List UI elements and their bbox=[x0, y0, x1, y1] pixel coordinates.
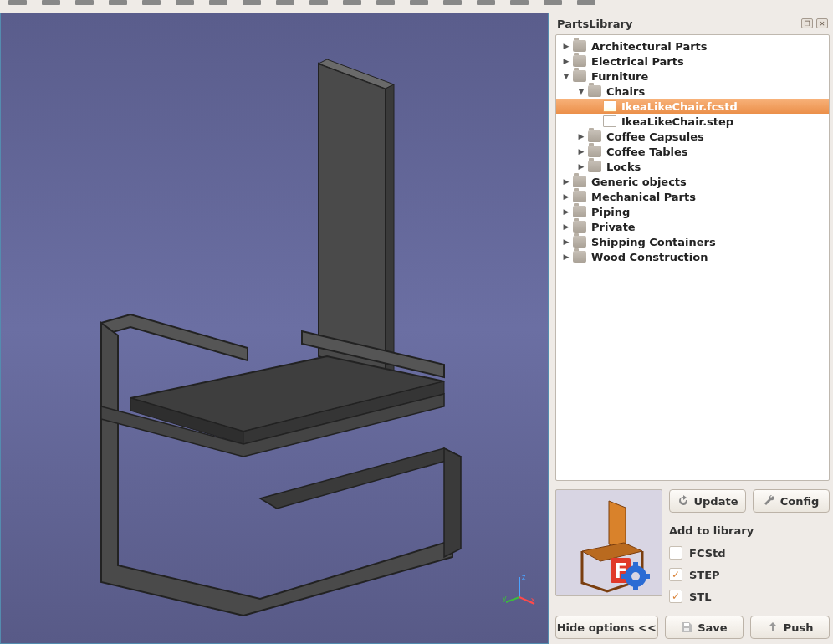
svg-marker-2 bbox=[386, 84, 394, 381]
toolbar-icon[interactable] bbox=[209, 0, 227, 5]
update-button[interactable]: Update bbox=[669, 489, 746, 513]
toolbar-icon[interactable] bbox=[243, 0, 261, 5]
panel-float-icon[interactable]: ❐ bbox=[801, 18, 813, 28]
add-to-library-label: Add to library bbox=[669, 524, 830, 537]
tree-item-label: Mechanical Parts bbox=[591, 191, 696, 203]
toolbar-icon[interactable] bbox=[142, 0, 161, 5]
fcstd-checkbox-row[interactable]: FCStd bbox=[669, 542, 830, 564]
tree-toggle-icon[interactable] bbox=[576, 146, 586, 156]
tree-folder-item[interactable]: Coffee Capsules bbox=[556, 129, 829, 144]
svg-rect-23 bbox=[645, 574, 650, 579]
tree-item-label: Piping bbox=[591, 206, 630, 218]
fcstd-label: FCStd bbox=[689, 547, 726, 560]
tree-toggle-icon[interactable] bbox=[561, 56, 571, 66]
save-button[interactable]: Save bbox=[665, 616, 744, 639]
svg-rect-20 bbox=[633, 562, 638, 567]
tree-toggle-icon[interactable] bbox=[576, 86, 586, 96]
3d-viewport[interactable]: z x y bbox=[0, 13, 549, 644]
toolbar-icon[interactable] bbox=[176, 0, 194, 5]
tree-toggle-icon[interactable] bbox=[576, 131, 586, 141]
tree-folder-item[interactable]: Architectural Parts bbox=[556, 38, 829, 54]
tree-folder-item[interactable]: Private bbox=[556, 219, 829, 234]
tree-toggle-icon[interactable] bbox=[561, 207, 571, 217]
hide-options-label: Hide options << bbox=[557, 621, 657, 634]
toolbar-icon[interactable] bbox=[343, 0, 361, 5]
tree-folder-item[interactable]: Chairs bbox=[556, 84, 829, 99]
tree-item-label: IkeaLikeChair.fcstd bbox=[621, 100, 738, 113]
config-label: Config bbox=[780, 495, 820, 508]
step-label: STEP bbox=[689, 569, 720, 581]
folder-icon bbox=[573, 191, 586, 202]
refresh-icon bbox=[677, 495, 689, 507]
save-label: Save bbox=[698, 621, 727, 634]
toolbar-icon[interactable] bbox=[8, 0, 27, 5]
tree-folder-item[interactable]: Furniture bbox=[556, 69, 829, 84]
folder-icon bbox=[573, 206, 586, 217]
tree-toggle-icon[interactable] bbox=[561, 41, 571, 51]
tree-folder-item[interactable]: Mechanical Parts bbox=[556, 189, 829, 204]
toolbar-icon[interactable] bbox=[477, 0, 495, 5]
tree-file-item[interactable]: IkeaLikeChair.fcstd bbox=[556, 99, 829, 114]
toolbar-icon[interactable] bbox=[544, 0, 562, 5]
tree-toggle-icon[interactable] bbox=[561, 192, 571, 202]
axis-z-label: z bbox=[522, 573, 526, 581]
toolbar-icon[interactable] bbox=[75, 0, 94, 5]
main-toolbar bbox=[0, 0, 833, 13]
tree-folder-item[interactable]: Shipping Containers bbox=[556, 234, 829, 249]
svg-rect-22 bbox=[621, 574, 626, 579]
update-label: Update bbox=[694, 495, 738, 508]
parts-tree[interactable]: Architectural PartsElectrical PartsFurni… bbox=[555, 34, 830, 481]
stl-checkbox-row[interactable]: STL bbox=[669, 585, 830, 607]
svg-rect-25 bbox=[684, 628, 689, 631]
panel-title-bar: PartsLibrary ❐ ✕ bbox=[555, 13, 830, 34]
tree-folder-item[interactable]: Electrical Parts bbox=[556, 54, 829, 69]
tree-item-label: Locks bbox=[606, 161, 641, 173]
tree-folder-item[interactable]: Locks bbox=[556, 159, 829, 174]
tree-toggle-icon[interactable] bbox=[561, 176, 571, 187]
toolbar-icon[interactable] bbox=[510, 0, 529, 5]
tree-folder-item[interactable]: Piping bbox=[556, 204, 829, 219]
freecad-file-icon bbox=[603, 100, 616, 112]
toolbar-icon[interactable] bbox=[443, 0, 462, 5]
tree-toggle-icon[interactable] bbox=[561, 71, 571, 81]
tree-toggle-icon[interactable] bbox=[576, 161, 586, 171]
folder-icon bbox=[573, 221, 586, 233]
toolbar-icon[interactable] bbox=[309, 0, 328, 5]
folder-icon bbox=[588, 146, 601, 157]
toolbar-icon[interactable] bbox=[42, 0, 60, 5]
svg-line-13 bbox=[506, 597, 519, 602]
step-checkbox[interactable] bbox=[669, 568, 682, 581]
tree-file-item[interactable]: IkeaLikeChair.step bbox=[556, 114, 829, 129]
fcstd-checkbox[interactable] bbox=[669, 546, 682, 560]
folder-icon bbox=[573, 55, 586, 67]
tree-toggle-icon bbox=[591, 101, 601, 111]
tree-folder-item[interactable]: Coffee Tables bbox=[556, 144, 829, 159]
toolbar-icon[interactable] bbox=[276, 0, 294, 5]
axis-y-label: y bbox=[503, 594, 507, 602]
push-icon bbox=[767, 621, 779, 633]
panel-close-icon[interactable]: ✕ bbox=[816, 18, 828, 28]
tree-item-label: Electrical Parts bbox=[591, 55, 684, 68]
step-checkbox-row[interactable]: STEP bbox=[669, 564, 830, 585]
toolbar-icon[interactable] bbox=[376, 0, 395, 5]
folder-icon bbox=[573, 176, 586, 187]
tree-toggle-icon[interactable] bbox=[561, 252, 571, 262]
tree-item-label: Private bbox=[591, 221, 636, 233]
toolbar-icon[interactable] bbox=[577, 0, 595, 5]
tree-item-label: Wood Construction bbox=[591, 251, 708, 263]
toolbar-icon[interactable] bbox=[109, 0, 127, 5]
folder-icon bbox=[573, 40, 586, 52]
svg-marker-9 bbox=[260, 448, 461, 509]
tree-toggle-icon[interactable] bbox=[561, 222, 571, 232]
hide-options-button[interactable]: Hide options << bbox=[555, 616, 658, 639]
svg-point-19 bbox=[631, 572, 640, 580]
tree-toggle-icon[interactable] bbox=[561, 237, 571, 247]
push-button[interactable]: Push bbox=[750, 616, 830, 639]
config-button[interactable]: Config bbox=[753, 489, 830, 513]
tree-folder-item[interactable]: Generic objects bbox=[556, 174, 829, 189]
toolbar-icon[interactable] bbox=[410, 0, 428, 5]
axis-gizmo: z x y bbox=[503, 572, 536, 606]
tree-item-label: Architectural Parts bbox=[591, 40, 708, 53]
tree-folder-item[interactable]: Wood Construction bbox=[556, 249, 829, 264]
stl-checkbox[interactable] bbox=[669, 590, 682, 603]
